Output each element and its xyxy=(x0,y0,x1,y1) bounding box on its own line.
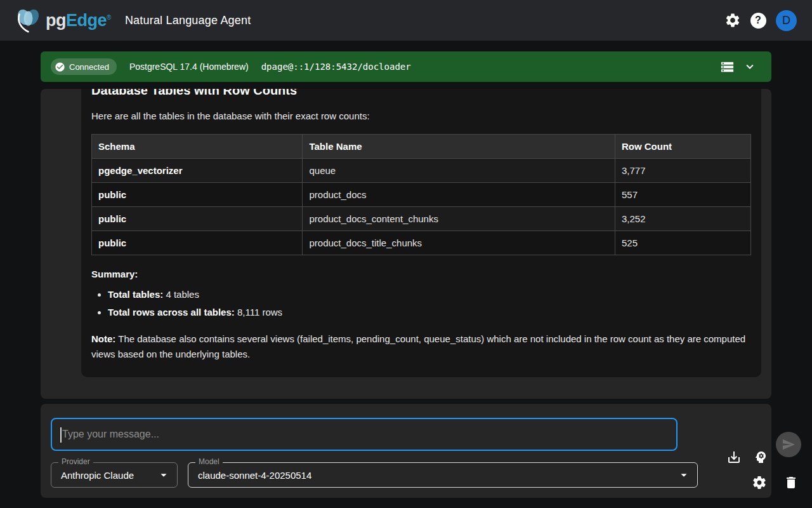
composer-panel: Provider Anthropic Claude Model claude-s… xyxy=(41,404,771,498)
column-header-table-name: Table Name xyxy=(303,135,615,159)
model-value: claude-sonnet-4-20250514 xyxy=(188,470,677,481)
chevron-down-icon xyxy=(743,60,757,74)
connection-string: dpage@::1/128:5432/docloader xyxy=(261,62,411,72)
wordmark-registered: ® xyxy=(107,14,111,21)
list-item-bold: Total tables: xyxy=(108,289,163,300)
table-header-row: Schema Table Name Row Count xyxy=(92,135,751,159)
summary-heading: Summary: xyxy=(91,269,751,279)
send-button[interactable] xyxy=(776,432,801,457)
avatar[interactable]: D xyxy=(776,10,797,31)
connected-label: Connected xyxy=(69,62,109,72)
note-paragraph: Note: The database also contains several… xyxy=(91,331,751,362)
chat-scroll-area[interactable]: Database Tables with Row Counts Here are… xyxy=(41,89,771,399)
dropdown-arrow-icon xyxy=(677,468,691,482)
message-intro: Here are all the tables in the database … xyxy=(91,109,751,123)
schema-cell: pgedge_vectorizer xyxy=(92,159,303,183)
gear-icon xyxy=(752,475,767,490)
assistant-message-card: Database Tables with Row Counts Here are… xyxy=(81,89,761,377)
table-name-cell: product_docs xyxy=(303,183,615,207)
note-text: The database also contains several views… xyxy=(91,333,745,359)
provider-value: Anthropic Claude xyxy=(51,470,157,481)
row-count-cell: 3,252 xyxy=(615,207,750,231)
help-button[interactable]: ? xyxy=(745,8,771,33)
check-circle-icon xyxy=(55,62,65,72)
model-settings-button[interactable] xyxy=(745,467,773,498)
help-icon: ? xyxy=(750,13,766,29)
app-title: Natural Language Agent xyxy=(125,14,251,27)
settings-button[interactable] xyxy=(720,8,745,33)
table-name-cell: product_docs_content_chunks xyxy=(303,207,615,231)
connected-badge: Connected xyxy=(51,58,117,75)
column-header-row-count: Row Count xyxy=(615,135,750,159)
pgedge-wordmark: pgEdge® xyxy=(46,11,111,30)
table-row: public product_docs_title_chunks 525 xyxy=(92,231,751,255)
table-row: public product_docs_content_chunks 3,252 xyxy=(92,207,751,231)
row-count-cell: 525 xyxy=(615,231,750,255)
row-count-cell: 3,777 xyxy=(615,159,750,183)
row-counts-table: Schema Table Name Row Count pgedge_vecto… xyxy=(91,134,751,255)
list-item: Total rows across all tables: 8,111 rows xyxy=(108,304,751,321)
send-icon xyxy=(782,438,796,451)
psychology-icon xyxy=(753,450,768,465)
column-header-schema: Schema xyxy=(92,135,303,159)
connection-bar: Connected PostgreSQL 17.4 (Homebrew) dpa… xyxy=(41,51,771,82)
list-item-bold: Total rows across all tables: xyxy=(108,307,235,318)
clear-chat-button[interactable] xyxy=(777,467,805,498)
storage-icon xyxy=(720,60,735,74)
summary-list: Total tables: 4 tables Total rows across… xyxy=(108,286,751,321)
note-bold: Note: xyxy=(91,333,115,344)
message-input-box[interactable] xyxy=(51,418,678,451)
row-count-cell: 557 xyxy=(615,183,750,207)
download-button[interactable] xyxy=(720,442,748,472)
settings-icon xyxy=(724,12,741,29)
server-version: PostgreSQL 17.4 (Homebrew) xyxy=(129,62,249,72)
list-item-text: 4 tables xyxy=(163,289,199,300)
provider-select[interactable]: Provider Anthropic Claude xyxy=(51,462,178,488)
schema-cell: public xyxy=(92,207,303,231)
connection-details-button[interactable] xyxy=(716,55,738,78)
schema-cell: public xyxy=(92,183,303,207)
schema-cell: public xyxy=(92,231,303,255)
download-icon xyxy=(726,450,742,465)
table-name-cell: queue xyxy=(303,159,615,183)
model-select[interactable]: Model claude-sonnet-4-20250514 xyxy=(188,462,698,488)
list-item: Total tables: 4 tables xyxy=(108,286,751,304)
table-name-cell: product_docs_title_chunks xyxy=(303,231,615,255)
wordmark-edge: Edge xyxy=(66,11,107,30)
table-row: public product_docs 557 xyxy=(92,183,751,207)
list-item-text: 8,111 rows xyxy=(235,307,282,318)
app-header: pgEdge® Natural Language Agent ? D xyxy=(0,0,812,41)
message-input[interactable] xyxy=(52,429,676,440)
dropdown-arrow-icon xyxy=(157,468,171,482)
pgedge-logo-icon xyxy=(15,6,42,34)
provider-label: Provider xyxy=(58,457,93,466)
wordmark-pg: pg xyxy=(46,11,66,30)
text-caret xyxy=(60,427,62,443)
trash-icon xyxy=(783,475,799,490)
model-label: Model xyxy=(195,457,223,466)
table-row: pgedge_vectorizer queue 3,777 xyxy=(92,159,751,183)
collapse-connection-button[interactable] xyxy=(738,55,761,78)
message-heading: Database Tables with Row Counts xyxy=(91,89,751,99)
app-screen: pgEdge® Natural Language Agent ? D Conne… xyxy=(0,0,812,508)
pgedge-logo: pgEdge® xyxy=(15,6,111,34)
